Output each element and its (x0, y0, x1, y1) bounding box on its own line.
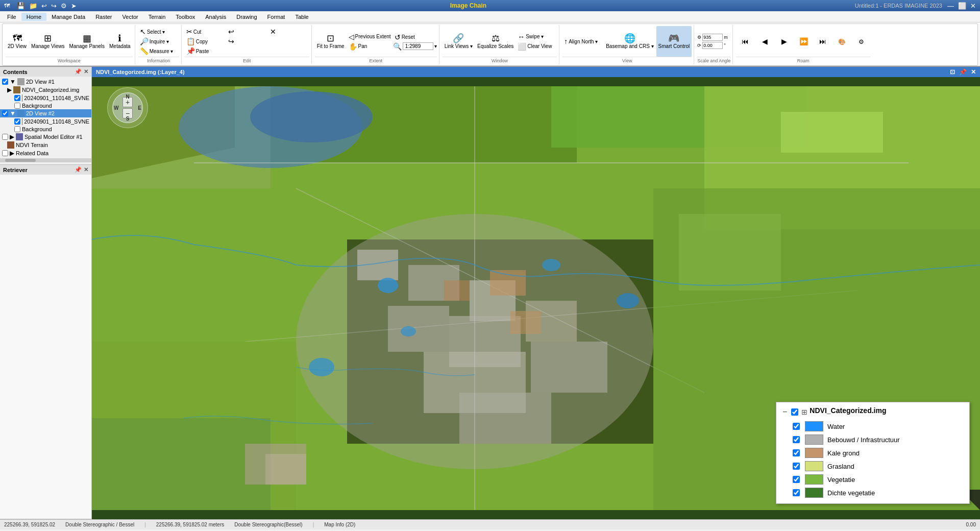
previous-extent-button[interactable]: ◁ Previous Extent (347, 32, 393, 41)
smart-control-button[interactable]: 🎮 Smart Control (656, 26, 692, 57)
svne2-checkbox[interactable] (14, 118, 20, 125)
reset-icon: ↺ (395, 34, 401, 41)
bg2-checkbox[interactable] (14, 126, 20, 132)
redo-button[interactable]: ↪ (227, 37, 267, 46)
swipe-button[interactable]: ↔ Swipe ▾ (516, 32, 557, 41)
cut-button[interactable]: ✂ Cut (185, 27, 226, 36)
reset-button[interactable]: ↺ Reset (393, 33, 437, 42)
restore-map-icon[interactable]: ⊡ (950, 68, 955, 76)
tree-item-bg2[interactable]: Background (0, 126, 91, 133)
menu-terrain[interactable]: Terrain (143, 13, 171, 21)
water-checkbox[interactable] (793, 423, 800, 430)
tree-item-svne1[interactable]: 20240901_110148_SVNE (0, 94, 91, 102)
manage-views-button[interactable]: ⊞ Manage Views (29, 26, 66, 57)
pan-button[interactable]: ✋ Pan (347, 42, 393, 51)
menu-vector[interactable]: Vector (117, 13, 143, 21)
menu-file[interactable]: File (2, 13, 21, 21)
metadata-button[interactable]: ℹ Metadata (107, 26, 133, 57)
tree-item-svne2[interactable]: 20240901_110148_SVNE (0, 117, 91, 126)
inquire-button[interactable]: 🔎 Inquire ▾ (138, 37, 179, 46)
tree-item-2dview2[interactable]: ▼ 2D View #2 (0, 109, 91, 117)
roam-first-button[interactable]: ⏮ (736, 37, 754, 46)
copy-button[interactable]: 📋 Copy (185, 37, 226, 46)
qa-settings[interactable]: ⚙ (60, 2, 68, 10)
tree-item-ndvi-cat[interactable]: ▶ NDVI_Categorized.img (0, 86, 91, 94)
svne1-checkbox[interactable] (14, 95, 20, 101)
align-north-button[interactable]: ↑ Align North ▾ (562, 37, 603, 46)
roam-fwd-button[interactable]: ⏩ (794, 37, 813, 46)
minimize-btn[interactable]: — (947, 2, 954, 10)
roam-color-button[interactable]: 🎨 (832, 37, 851, 46)
2dview1-checkbox[interactable] (2, 79, 8, 85)
scale-input[interactable] (702, 34, 723, 41)
angle-input[interactable] (702, 42, 723, 49)
close-retriever-icon[interactable]: ✕ (84, 166, 88, 173)
fit-to-frame-button[interactable]: ⊡ Fit to Frame (315, 26, 347, 57)
dichte-veg-checkbox[interactable] (793, 489, 800, 496)
zoom-dropdown-btn[interactable]: ▾ (434, 43, 437, 49)
vegetatie-checkbox[interactable] (793, 476, 800, 483)
tree-item-bg1[interactable]: Background (0, 102, 91, 109)
close-contents-icon[interactable]: ✕ (84, 68, 88, 75)
menu-toolbox[interactable]: Toolbox (170, 13, 200, 21)
grasland-checkbox[interactable] (793, 463, 800, 470)
roam-settings-button[interactable]: ⚙ (852, 37, 870, 46)
maximize-btn[interactable]: ⬜ (958, 2, 966, 10)
tree-item-related-data[interactable]: ▶ Related Data (0, 149, 91, 157)
qa-arrow[interactable]: ➤ (70, 2, 78, 10)
clear-view-button[interactable]: ⬜ Clear View (516, 42, 557, 51)
roam-back-button[interactable]: ◀ (755, 37, 774, 46)
qa-folder[interactable]: 📁 (28, 2, 38, 10)
pin-map-icon[interactable]: 📌 (959, 68, 967, 76)
menu-home[interactable]: Home (21, 13, 46, 21)
related-data-checkbox[interactable] (2, 150, 8, 156)
2dview2-checkbox[interactable] (2, 110, 8, 116)
menu-raster[interactable]: Raster (90, 13, 117, 21)
sidebar-scrollbar[interactable] (0, 158, 91, 162)
pin-retriever-icon[interactable]: 📌 (75, 166, 82, 173)
tree-item-2dview1[interactable]: ▼ 2D View #1 (0, 78, 91, 86)
kale-grond-checkbox[interactable] (793, 449, 800, 456)
svne-color-icon1 (22, 94, 22, 102)
contents-header[interactable]: Contents 📌 ✕ (0, 67, 91, 77)
map-canvas[interactable]: N S E W + − − ⊞ NDVI_Categ (92, 77, 980, 519)
legend-collapse-btn[interactable]: − (782, 407, 787, 417)
bebouwd-checkbox[interactable] (793, 436, 800, 443)
tree-item-spatial-model[interactable]: ▶ Spatial Model Editor #1 (0, 133, 91, 141)
tree-item-ndvi-terrain[interactable]: NDVI Terrain (0, 141, 91, 149)
qa-save[interactable]: 💾 (16, 2, 26, 10)
menu-drawing[interactable]: Drawing (231, 13, 262, 21)
manage-views-icon: ⊞ (44, 34, 52, 43)
information-label: Information (138, 57, 179, 63)
close-map-icon[interactable]: ✕ (971, 68, 976, 76)
bg1-checkbox[interactable] (14, 103, 20, 109)
scale-display[interactable]: 1:2989 (403, 42, 433, 50)
menu-analysis[interactable]: Analysis (200, 13, 231, 21)
qa-redo[interactable]: ↪ (50, 2, 58, 10)
zoom-minus-btn[interactable]: 🔍 (393, 42, 402, 51)
menu-table[interactable]: Table (290, 13, 313, 21)
retriever-header[interactable]: Retriever 📌 ✕ (0, 165, 91, 175)
pin-icon[interactable]: 📌 (75, 68, 82, 75)
menu-manage-data[interactable]: Manage Data (46, 13, 90, 21)
2d-view-button[interactable]: 🗺 2D View (6, 26, 29, 57)
select-button[interactable]: ↖ Select ▾ (138, 27, 179, 36)
manage-panels-button[interactable]: ▦ Manage Panels (67, 26, 107, 57)
measure-button[interactable]: 📏 Measure ▾ (138, 46, 179, 56)
link-views-button[interactable]: 🔗 Link Views ▾ (443, 26, 475, 57)
legend-main-checkbox[interactable] (791, 408, 798, 416)
close-btn[interactable]: ✕ (970, 2, 976, 10)
qa-undo[interactable]: ↩ (40, 2, 48, 10)
menu-format[interactable]: Format (262, 13, 290, 21)
roam-play-button[interactable]: ▶ (775, 37, 793, 46)
equalize-scales-button[interactable]: ⚖ Equalize Scales (475, 26, 516, 57)
ndvi-expand-icon: ▶ (7, 86, 12, 93)
basemap-crs-button[interactable]: 🌐 Basemap and CRS ▾ (604, 26, 655, 57)
bebouwd-color-swatch (805, 435, 823, 445)
delete-button[interactable]: ✕ (268, 27, 309, 36)
roam-last-button[interactable]: ⏭ (814, 37, 832, 46)
undo-button[interactable]: ↩ (227, 27, 267, 36)
app-icon: 🗺 (4, 3, 10, 9)
spatial-model-checkbox[interactable] (2, 134, 8, 140)
paste-button[interactable]: 📌 Paste (185, 46, 309, 56)
